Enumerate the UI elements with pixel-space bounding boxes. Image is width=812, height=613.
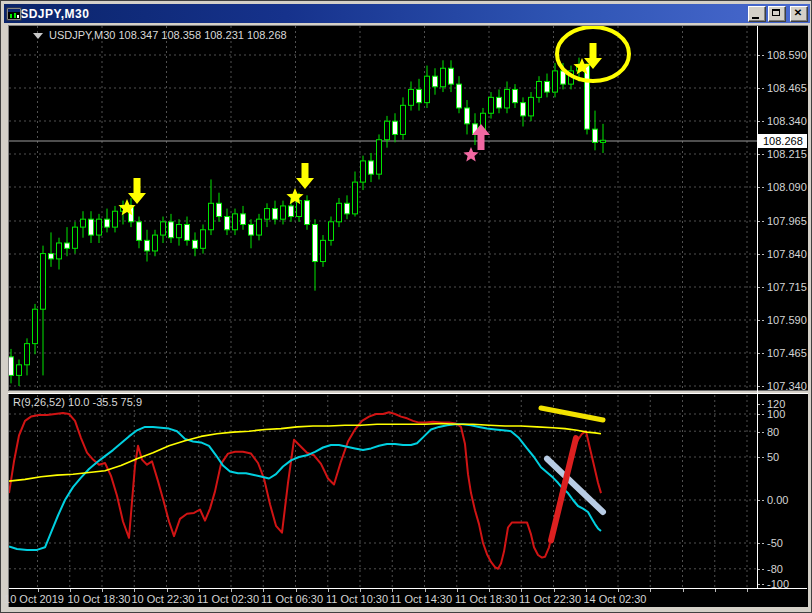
candle — [505, 89, 510, 108]
candle — [153, 235, 158, 251]
price-label: 108.215 — [767, 148, 807, 160]
time-tick — [586, 589, 587, 592]
candle — [169, 222, 174, 238]
price-label: 107.715 — [767, 281, 807, 293]
candle — [105, 219, 110, 227]
candle — [265, 209, 270, 220]
price-tick — [758, 187, 764, 188]
current-price-badge: 108.268 — [758, 134, 807, 148]
oscillator-tick — [758, 457, 764, 458]
oscillator-panel[interactable] — [9, 395, 757, 588]
candle — [425, 76, 430, 102]
candle — [401, 105, 406, 134]
time-tick — [650, 589, 651, 592]
price-tick — [758, 88, 764, 89]
time-tick — [328, 589, 329, 592]
oscillator-tick — [758, 584, 764, 585]
price-tick — [758, 254, 764, 255]
candle — [137, 222, 142, 241]
candle — [409, 89, 414, 105]
main-price-chart[interactable] — [9, 26, 757, 389]
candle — [89, 219, 94, 235]
candle — [329, 222, 334, 241]
time-tick — [554, 589, 555, 592]
candle — [521, 103, 526, 116]
maximize-button[interactable] — [768, 6, 786, 22]
time-tick — [489, 589, 490, 592]
price-tick — [758, 320, 764, 321]
candle — [433, 76, 438, 87]
price-label: 107.965 — [767, 215, 807, 227]
maximize-icon — [772, 9, 780, 16]
price-tick — [758, 154, 764, 155]
price-tick — [758, 386, 764, 387]
candle — [449, 68, 454, 84]
candle — [201, 230, 206, 249]
candle — [161, 222, 166, 235]
application-window: USDJPY,M30 ✕ USDJPY,M30 108.347 108.358 … — [0, 0, 812, 613]
title-bar[interactable]: USDJPY,M30 ✕ — [4, 4, 810, 23]
candle — [81, 219, 86, 227]
oscillator-tick — [758, 414, 764, 415]
oscillator-label: -100 — [767, 578, 789, 590]
candle — [225, 217, 230, 230]
candle — [489, 97, 494, 113]
price-label: 107.340 — [767, 380, 807, 392]
oscillator-tick — [758, 404, 764, 405]
candle — [25, 344, 30, 365]
minimize-button[interactable] — [748, 6, 766, 22]
candle — [457, 84, 462, 108]
candles-layer — [9, 58, 606, 386]
time-tick — [392, 589, 393, 592]
chart-window-icon — [6, 7, 22, 21]
candle — [497, 97, 502, 108]
candle — [177, 224, 182, 237]
price-label: 107.840 — [767, 248, 807, 260]
time-tick — [747, 589, 748, 592]
time-tick — [199, 589, 200, 592]
candle — [393, 121, 398, 134]
price-label: 107.465 — [767, 347, 807, 359]
candle — [385, 121, 390, 140]
candle — [281, 206, 286, 219]
candle — [241, 214, 246, 225]
candle — [337, 203, 342, 222]
price-label: 108.465 — [767, 82, 807, 94]
candle — [193, 240, 198, 248]
time-tick — [231, 589, 232, 592]
candle — [57, 243, 62, 259]
time-tick — [683, 589, 684, 592]
time-tick — [134, 589, 135, 592]
red-trendline[interactable] — [551, 438, 576, 540]
time-tick — [457, 589, 458, 592]
oscillator-line-cyan — [9, 424, 601, 550]
candle — [345, 203, 350, 214]
minimize-icon — [752, 17, 759, 19]
candle — [529, 97, 534, 116]
time-tick — [102, 589, 103, 592]
price-tick — [758, 55, 764, 56]
symbol-dropdown-icon[interactable] — [33, 33, 43, 39]
panel-separator[interactable] — [8, 390, 808, 394]
oscillator-label: 100 — [767, 408, 785, 420]
candle — [593, 129, 598, 142]
oscillator-label: 80 — [767, 426, 779, 438]
star-icon — [463, 147, 478, 162]
indicator-lines-layer — [9, 412, 601, 569]
candle — [369, 161, 374, 174]
candle — [17, 365, 22, 376]
candle — [41, 254, 46, 310]
oscillator-tick — [758, 432, 764, 433]
candle — [553, 71, 558, 92]
time-label: 14 Oct 02:30 — [573, 593, 657, 605]
oscillator-tick — [758, 543, 764, 544]
price-label: 108.340 — [767, 115, 807, 127]
time-tick — [360, 589, 361, 592]
indicator-label: R(9,26,52) 10.0 -35.5 75.9 — [13, 396, 142, 408]
candle — [353, 182, 358, 214]
ohlc-header: USDJPY,M30 108.347 108.358 108.231 108.2… — [49, 29, 287, 41]
candle — [9, 357, 14, 376]
close-button[interactable]: ✕ — [790, 6, 808, 22]
time-tick — [618, 589, 619, 592]
close-icon: ✕ — [791, 7, 805, 19]
